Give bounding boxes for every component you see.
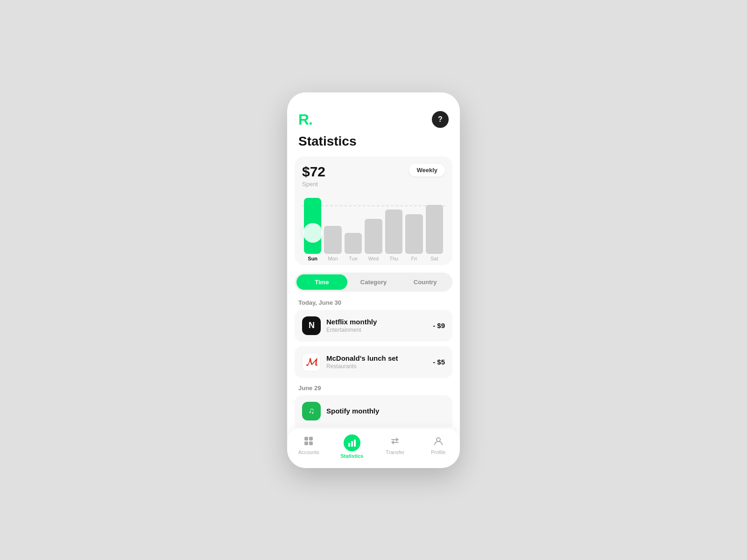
filter-tabs: Time Category Country <box>295 273 452 292</box>
phone-inner: R. ? Statistics $72 Spent Weekly <box>287 92 460 468</box>
app-logo: R. <box>298 111 312 128</box>
netflix-name: Netflix monthly <box>326 318 427 326</box>
bar-label-wed: Wed <box>368 256 379 261</box>
netflix-info: Netflix monthly Entertainment <box>326 318 427 333</box>
nav-transfer[interactable]: Transfer <box>374 434 417 459</box>
app-header: R. ? <box>287 92 460 132</box>
svg-rect-3 <box>309 441 313 445</box>
mcdonalds-category: Restaurants <box>326 363 427 370</box>
tab-time[interactable]: Time <box>296 274 347 290</box>
accounts-label: Accounts <box>298 449 319 455</box>
help-button[interactable]: ? <box>432 111 449 128</box>
nav-profile[interactable]: Profile <box>417 434 460 459</box>
svg-rect-5 <box>351 441 353 447</box>
chart-header: $72 Spent Weekly <box>302 164 445 188</box>
transfer-icon <box>388 434 402 448</box>
transaction-netflix[interactable]: N Netflix monthly Entertainment - $9 <box>295 310 452 342</box>
bar-sun <box>304 198 321 254</box>
profile-icon <box>432 434 445 448</box>
transfer-label: Transfer <box>386 449 405 455</box>
svg-rect-4 <box>348 443 350 447</box>
bar-wed <box>365 219 382 254</box>
netflix-icon: N <box>302 316 321 335</box>
chart-card: $72 Spent Weekly Sun Mon <box>295 156 452 265</box>
accounts-icon <box>302 434 315 448</box>
bar-monday: Mon <box>324 226 341 261</box>
bar-label-fri: Fri <box>411 256 417 261</box>
chart-amount: $72 <box>302 164 325 180</box>
tab-category[interactable]: Category <box>348 274 399 290</box>
page-title: Statistics <box>287 132 460 156</box>
section-date-today: Today, June 30 <box>287 297 460 310</box>
netflix-category: Entertainment <box>326 327 427 333</box>
bar-chart: Sun Mon Tue Wed <box>302 191 445 261</box>
transaction-mcdonalds[interactable]: 𝓜 McDonald's lunch set Restaurants - $5 <box>295 346 452 378</box>
phone-frame: R. ? Statistics $72 Spent Weekly <box>287 92 460 468</box>
chart-amount-block: $72 Spent <box>302 164 325 188</box>
transaction-spotify[interactable]: ♫ Spotify monthly <box>295 395 452 427</box>
spotify-info: Spotify monthly <box>326 407 445 415</box>
mcdonalds-amount: - $5 <box>433 358 445 366</box>
bar-indicator <box>303 223 323 243</box>
nav-accounts[interactable]: Accounts <box>287 434 331 459</box>
bar-sunday: Sun <box>304 198 321 261</box>
bar-wednesday: Wed <box>365 219 382 261</box>
statistics-icon <box>344 434 360 451</box>
period-button[interactable]: Weekly <box>409 164 445 176</box>
bar-sat <box>426 205 443 254</box>
mcdonalds-icon: 𝓜 <box>302 353 321 371</box>
nav-statistics[interactable]: Statistics <box>331 434 374 459</box>
bar-label-sat: Sat <box>430 256 438 261</box>
svg-rect-6 <box>354 440 356 447</box>
svg-rect-1 <box>309 437 313 441</box>
dashed-line <box>302 205 445 206</box>
bottom-navigation: Accounts Statistics Tr <box>287 429 460 468</box>
spotify-icon: ♫ <box>302 402 321 420</box>
bar-friday: Fri <box>405 214 423 261</box>
bar-saturday: Sat <box>426 205 443 261</box>
profile-label: Profile <box>431 449 445 455</box>
bar-label-tue: Tue <box>349 256 358 261</box>
bar-label-thu: Thu <box>389 256 398 261</box>
tab-country[interactable]: Country <box>400 274 451 290</box>
section-date-june29: June 29 <box>287 383 460 395</box>
svg-rect-0 <box>304 437 308 441</box>
statistics-label: Statistics <box>340 453 363 459</box>
svg-point-7 <box>437 438 440 441</box>
mcdonalds-info: McDonald's lunch set Restaurants <box>326 354 427 370</box>
svg-rect-2 <box>304 441 308 445</box>
spotify-name: Spotify monthly <box>326 407 445 415</box>
netflix-amount: - $9 <box>433 322 445 329</box>
bar-tuesday: Tue <box>345 233 362 261</box>
spent-label: Spent <box>302 181 325 188</box>
mcdonalds-name: McDonald's lunch set <box>326 354 427 362</box>
bar-thursday: Thu <box>385 210 402 261</box>
bar-fri <box>405 214 423 254</box>
bar-label-sun: Sun <box>308 256 317 261</box>
bar-mon <box>324 226 341 254</box>
bar-thu <box>385 210 402 254</box>
bar-tue <box>345 233 362 254</box>
bar-label-mon: Mon <box>328 256 338 261</box>
